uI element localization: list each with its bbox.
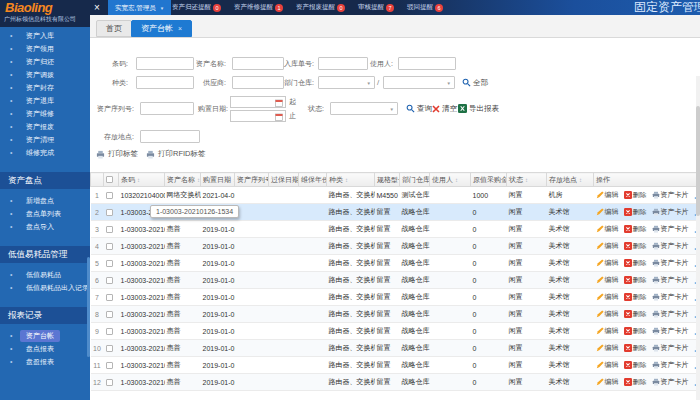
edit-action[interactable]: 编辑 (596, 326, 619, 336)
edit-action[interactable]: 编辑 (596, 377, 619, 387)
delete-action[interactable]: 删除 (624, 360, 647, 370)
asset-card-action[interactable]: 资产卡片 (652, 241, 689, 251)
table-row[interactable]: 31-03003-20210126-15惠普2019-01-01路由器、交换机留… (91, 221, 700, 238)
table-row[interactable]: 121-03003-20210126-15惠普2019-01-01路由器、交换机… (91, 374, 700, 391)
asset-card-action[interactable]: 资产卡片 (652, 258, 689, 268)
col-header-category[interactable]: 种类↕ (327, 173, 375, 187)
col-header-user[interactable]: 使用人↕ (430, 173, 471, 187)
delete-action[interactable]: 删除 (624, 241, 647, 251)
col-header-amount[interactable]: 原值采购金额↕ (471, 173, 507, 187)
table-row[interactable]: 51-03003-20210126-15惠普2019-01-01路由器、交换机留… (91, 255, 700, 272)
print-rfid-option[interactable]: 打印RFID标签 (146, 148, 206, 160)
asset-card-action[interactable]: 资产卡片 (652, 224, 689, 234)
alert-item[interactable]: 审核提醒7 (358, 3, 394, 12)
sidebar-item[interactable]: 盘点报表 (0, 342, 90, 355)
sidebar-item[interactable]: 盘点单列表 (0, 207, 90, 220)
col-header-warranty[interactable]: 维保年份↕ (299, 173, 327, 187)
warehouse-select[interactable] (383, 76, 455, 89)
tab-asset-ledger[interactable]: 资产台帐× (131, 20, 192, 37)
asset-card-action[interactable]: 资产卡片 (652, 292, 689, 302)
sidebar-item[interactable]: 资产台帐 (0, 329, 90, 342)
row-checkbox[interactable] (106, 345, 113, 352)
table-row[interactable]: 71-03003-20210126-15惠普2019-01-01路由器、交换机留… (91, 289, 700, 306)
barcode-input[interactable] (136, 57, 194, 70)
category-input[interactable] (136, 76, 194, 89)
asset-card-action[interactable]: 资产卡片 (652, 326, 689, 336)
all-link[interactable]: 全部 (462, 76, 488, 89)
date-from-input[interactable] (230, 96, 286, 108)
inbound-no-input[interactable] (318, 57, 368, 70)
delete-action[interactable]: 删除 (624, 258, 647, 268)
alert-item[interactable]: 资产归还提醒0 (172, 3, 221, 12)
delete-action[interactable]: 删除 (624, 292, 647, 302)
sidebar-item[interactable]: 资产领用 (0, 42, 90, 55)
vertical-scrollbar[interactable] (696, 76, 700, 400)
delete-action[interactable]: 删除 (624, 224, 647, 234)
delete-action[interactable]: 删除 (624, 207, 647, 217)
asset-card-action[interactable]: 资产卡片 (652, 377, 689, 387)
tab-close-icon[interactable]: × (178, 25, 182, 32)
row-checkbox[interactable] (106, 311, 113, 318)
sidebar-item[interactable]: 资产归还 (0, 55, 90, 68)
col-header-model[interactable]: 规格型号↕ (375, 173, 400, 187)
col-header-status[interactable]: 状态↕ (507, 173, 547, 187)
edit-action[interactable]: 编辑 (596, 224, 619, 234)
tab-home[interactable]: 首页 (96, 20, 132, 37)
table-row[interactable]: 111-03003-20210126-15惠普2019-01-01路由器、交换机… (91, 357, 700, 374)
alert-item[interactable]: 资产报废提醒0 (296, 3, 345, 12)
delete-action[interactable]: 删除 (624, 343, 647, 353)
supplier-input[interactable] (232, 76, 284, 89)
table-row[interactable]: 61-03003-20210126-15惠普2019-01-01路由器、交换机留… (91, 272, 700, 289)
col-header-barcode[interactable]: 条码↕ (119, 173, 165, 187)
row-checkbox[interactable] (106, 192, 113, 199)
delete-action[interactable]: 删除 (624, 326, 647, 336)
table-row[interactable]: 81-03003-20210126-15惠普2019-01-01路由器、交换机留… (91, 306, 700, 323)
serial-input[interactable] (140, 102, 194, 115)
row-checkbox[interactable] (106, 209, 113, 216)
sidebar-item[interactable]: 资产维修 (0, 107, 90, 120)
edit-action[interactable]: 编辑 (596, 207, 619, 217)
alert-item[interactable]: 驳回提醒6 (407, 3, 443, 12)
col-header-warehouse[interactable]: 部门仓库↕ (400, 173, 430, 187)
row-checkbox[interactable] (106, 226, 113, 233)
row-checkbox[interactable] (106, 328, 113, 335)
clear-button[interactable]: 清空 (432, 102, 457, 115)
row-checkbox[interactable] (106, 260, 113, 267)
edit-action[interactable]: 编辑 (596, 343, 619, 353)
select-all-checkbox[interactable] (106, 176, 113, 183)
delete-action[interactable]: 删除 (624, 377, 647, 387)
delete-action[interactable]: 删除 (624, 309, 647, 319)
asset-card-action[interactable]: 资产卡片 (652, 360, 689, 370)
col-header-expire[interactable]: 过保日期↕ (269, 173, 299, 187)
table-row[interactable]: 41-03003-20210126-15惠普2019-01-01路由器、交换机留… (91, 238, 700, 255)
edit-action[interactable]: 编辑 (596, 275, 619, 285)
edit-action[interactable]: 编辑 (596, 258, 619, 268)
location-input[interactable] (140, 130, 200, 143)
sidebar-item[interactable]: 资产清理 (0, 133, 90, 146)
sidebar-item[interactable]: 资产退库 (0, 94, 90, 107)
sidebar-item[interactable]: 资产报废 (0, 120, 90, 133)
sidebar-item[interactable]: 新增盘点 (0, 194, 90, 207)
delete-action[interactable]: 删除 (624, 275, 647, 285)
print-label-option[interactable]: 打印标签 (96, 148, 138, 160)
user-tab[interactable]: 实宽宏,管理员▼ (108, 0, 171, 15)
edit-action[interactable]: 编辑 (596, 292, 619, 302)
asset-name-input[interactable] (232, 57, 284, 70)
sidebar-item[interactable]: 资产调拨 (0, 68, 90, 81)
col-header-date[interactable]: 购置日期↕ (201, 173, 235, 187)
sidebar-item[interactable]: 资产封存 (0, 81, 90, 94)
edit-action[interactable]: 编辑 (596, 360, 619, 370)
row-checkbox[interactable] (106, 379, 113, 386)
table-row[interactable]: 91-03003-20210126-15惠普2019-01-01路由器、交换机留… (91, 323, 700, 340)
delete-action[interactable]: 删除 (624, 190, 647, 200)
asset-card-action[interactable]: 资产卡片 (652, 275, 689, 285)
sidebar-item[interactable]: 资产入库 (0, 29, 90, 42)
edit-action[interactable]: 编辑 (596, 190, 619, 200)
asset-card-action[interactable]: 资产卡片 (652, 207, 689, 217)
table-row[interactable]: 110320210400013网络交换机2021-04-01路由器、交换机M45… (91, 187, 700, 204)
row-checkbox[interactable] (106, 362, 113, 369)
row-checkbox[interactable] (106, 243, 113, 250)
status-select[interactable] (330, 102, 398, 115)
asset-card-action[interactable]: 资产卡片 (652, 309, 689, 319)
close-icon[interactable]: × (94, 0, 100, 15)
